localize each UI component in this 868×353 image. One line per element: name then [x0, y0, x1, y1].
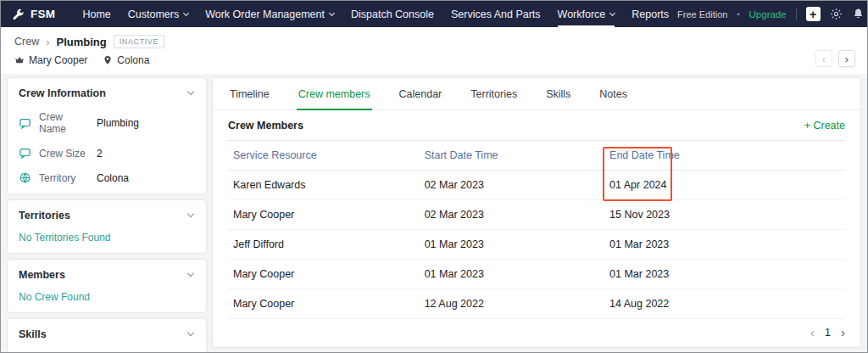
record-territory: Colona: [103, 54, 149, 66]
nav-item-dispatch-console[interactable]: Dispatch Console: [342, 1, 442, 27]
record-owner: Mary Cooper: [14, 54, 87, 66]
column-header-end-date-time[interactable]: End Date Time: [604, 141, 845, 171]
field-crew-size: Crew Size 2: [19, 147, 195, 160]
cell-start-date-time: 12 Aug 2022: [420, 289, 604, 319]
owner-name: Mary Cooper: [29, 54, 87, 66]
cell-service-resource: Karen Edwards: [228, 171, 420, 200]
next-page-button[interactable]: ›: [841, 326, 845, 339]
field-value: Plumbing: [97, 117, 139, 129]
add-icon[interactable]: +: [806, 7, 821, 21]
nav-item-home[interactable]: Home: [74, 1, 119, 27]
chevron-down-icon: [183, 9, 189, 15]
column-header-start-date-time[interactable]: Start Date Time: [420, 141, 604, 171]
chat-tag-icon: [19, 147, 31, 160]
create-button[interactable]: + Create: [804, 120, 845, 132]
nav-item-customers[interactable]: Customers: [120, 1, 197, 27]
nav-item-services-and-parts[interactable]: Services And Parts: [442, 1, 549, 27]
empty-state-text: No Territories Found: [19, 232, 195, 244]
next-record-button[interactable]: ›: [838, 50, 855, 67]
field-territory: Territory Colona: [19, 171, 195, 184]
prev-record-button[interactable]: ‹: [815, 50, 832, 67]
edition-label: Free Edition: [677, 9, 727, 20]
tab-timeline[interactable]: Timeline: [228, 78, 271, 110]
nav-item-work-order-management[interactable]: Work Order Management: [197, 1, 342, 27]
record-navigation: ‹ ›: [815, 50, 855, 67]
chevron-down-icon: [329, 9, 335, 15]
chevron-down-icon[interactable]: [187, 329, 194, 336]
column-header-service-resource[interactable]: Service Resource: [228, 141, 420, 171]
content-area: Crew Information Crew Name Plumbing Crew…: [1, 74, 867, 352]
chevron-down-icon[interactable]: [187, 210, 194, 217]
globe-icon: [19, 171, 31, 184]
crew-information-card: Crew Information Crew Name Plumbing Crew…: [8, 78, 206, 193]
skills-header[interactable]: Skills: [19, 328, 195, 340]
nav-item-label: Customers: [128, 8, 179, 20]
table-row[interactable]: Mary Cooper 12 Aug 2022 14 Aug 2022: [228, 289, 845, 319]
divider: [796, 8, 797, 20]
card-title: Skills: [19, 328, 47, 340]
empty-state-text: No Crew Found: [19, 291, 195, 303]
skills-card: Skills No Skills Found: [8, 319, 206, 352]
nav-menu: Home Customers Work Order Management Dis…: [74, 1, 677, 27]
edition-separator: •: [737, 10, 739, 19]
cell-end-date-time: 01 Mar 2023: [604, 260, 845, 289]
cell-start-date-time: 01 Mar 2023: [420, 230, 604, 260]
field-value: Colona: [97, 172, 129, 184]
cell-start-date-time: 02 Mar 2023: [420, 171, 604, 200]
top-navbar: FSM Home Customers Work Order Management…: [1, 1, 867, 27]
brand-name: FSM: [31, 8, 55, 20]
app-window: FSM Home Customers Work Order Management…: [0, 0, 868, 353]
table-row[interactable]: Mary Cooper 02 Mar 2023 15 Nov 2023: [228, 200, 845, 230]
table-pagination: ‹ 1 ›: [213, 319, 860, 347]
breadcrumb-parent-link[interactable]: Crew: [14, 36, 39, 48]
chevron-down-icon: [609, 9, 615, 15]
crew-information-header[interactable]: Crew Information: [19, 87, 195, 99]
gear-icon[interactable]: [830, 8, 843, 20]
field-value: 2: [97, 148, 103, 160]
cell-start-date-time: 01 Mar 2023: [420, 260, 604, 289]
status-badge: INACTIVE: [114, 35, 164, 48]
chevron-down-icon[interactable]: [187, 88, 194, 95]
table-row[interactable]: Mary Cooper 01 Mar 2023 01 Mar 2023: [228, 260, 845, 289]
nav-item-label: Services And Parts: [451, 8, 541, 20]
chat-tag-icon: [19, 117, 31, 130]
nav-item-workforce[interactable]: Workforce: [549, 1, 624, 27]
cell-end-date-time: 01 Mar 2023: [604, 230, 845, 260]
breadcrumb: Crew › Plumbing INACTIVE: [14, 35, 854, 48]
card-title: Territories: [19, 210, 70, 221]
territories-card: Territories No Territories Found: [8, 200, 206, 253]
tab-skills[interactable]: Skills: [544, 78, 572, 110]
territory-name: Colona: [117, 54, 149, 66]
section-header: Crew Members + Create: [213, 110, 860, 140]
nav-item-label: Workforce: [558, 8, 606, 20]
nav-item-label: Work Order Management: [205, 8, 325, 20]
territories-header[interactable]: Territories: [19, 210, 195, 221]
bell-icon[interactable]: [852, 8, 865, 20]
nav-item-label: Reports: [632, 8, 669, 20]
members-header[interactable]: Members: [19, 269, 195, 281]
field-label: Crew Size: [39, 148, 92, 160]
current-page-number: 1: [825, 327, 831, 339]
tab-territories[interactable]: Territories: [469, 78, 519, 110]
members-card: Members No Crew Found: [8, 260, 206, 312]
upgrade-link[interactable]: Upgrade: [749, 9, 787, 20]
table-row[interactable]: Jeff Difford 01 Mar 2023 01 Mar 2023: [228, 230, 845, 260]
nav-item-reports[interactable]: Reports: [623, 1, 677, 27]
tab-notes[interactable]: Notes: [598, 78, 629, 110]
table-row[interactable]: Karen Edwards 02 Mar 2023 01 Apr 2024: [228, 171, 845, 200]
tab-calendar[interactable]: Calendar: [398, 78, 444, 110]
cell-service-resource: Mary Cooper: [228, 260, 420, 289]
chevron-down-icon[interactable]: [187, 270, 194, 277]
tab-crew-members[interactable]: Crew members: [297, 78, 372, 110]
cell-service-resource: Mary Cooper: [228, 200, 420, 230]
breadcrumb-separator: ›: [46, 36, 49, 48]
field-label: Territory: [39, 172, 92, 184]
cell-end-date-time: 01 Apr 2024: [604, 171, 845, 200]
card-title: Crew Information: [19, 87, 106, 99]
sidebar: Crew Information Crew Name Plumbing Crew…: [8, 78, 206, 348]
navbar-right-cluster: Free Edition • Upgrade +: [677, 1, 868, 27]
crew-members-table: Service Resource Start Date Time End Dat…: [213, 140, 860, 319]
prev-page-button[interactable]: ‹: [810, 326, 815, 339]
brand[interactable]: FSM: [11, 1, 55, 27]
tab-bar: Timeline Crew members Calendar Territori…: [213, 78, 860, 110]
